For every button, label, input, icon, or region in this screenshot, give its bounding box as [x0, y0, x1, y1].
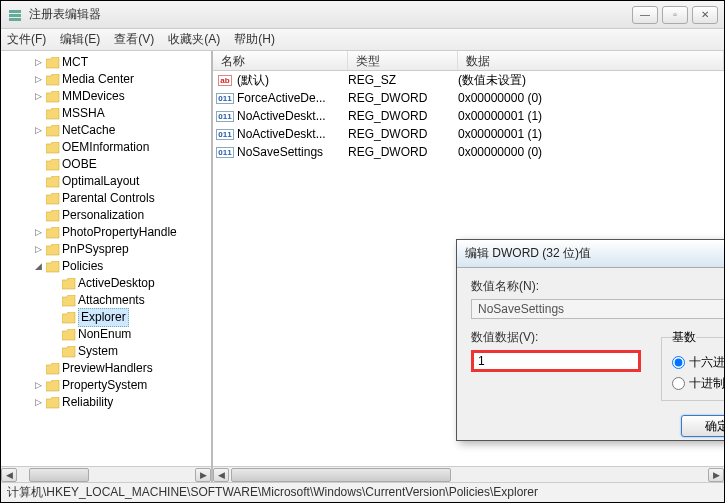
svg-rect-2 [9, 18, 21, 21]
tree-item-oeminformation[interactable]: OEMInformation [5, 139, 211, 156]
tree-item-attachments[interactable]: Attachments [5, 292, 211, 309]
scroll-right-icon[interactable]: ▶ [708, 468, 724, 482]
tree-item-personalization[interactable]: Personalization [5, 207, 211, 224]
window-title: 注册表编辑器 [29, 6, 632, 23]
menu-edit[interactable]: 编辑(E) [60, 31, 100, 48]
folder-icon [46, 108, 60, 120]
tree-item-label: MMDevices [62, 88, 125, 105]
tree-item-label: MSSHA [62, 105, 105, 122]
tree-item-photopropertyhandle[interactable]: ▷PhotoPropertyHandle [5, 224, 211, 241]
dword-value-icon: 011 [217, 127, 233, 141]
col-type[interactable]: 类型 [348, 51, 458, 70]
tree-item-pnpsysprep[interactable]: ▷PnPSysprep [5, 241, 211, 258]
tree-item-netcache[interactable]: ▷NetCache [5, 122, 211, 139]
folder-icon [62, 346, 76, 358]
tree-item-parental-controls[interactable]: Parental Controls [5, 190, 211, 207]
expand-toggle-icon[interactable]: ▷ [33, 244, 44, 255]
radix-dec-option[interactable]: 十进制(D) [672, 375, 724, 392]
tree-item-mssha[interactable]: MSSHA [5, 105, 211, 122]
maximize-button[interactable]: ▫ [662, 6, 688, 24]
list-header: 名称 类型 数据 [213, 51, 724, 71]
values-hscrollbar[interactable]: ◀ ▶ [213, 466, 724, 482]
folder-icon [46, 210, 60, 222]
tree-item-optimallayout[interactable]: OptimalLayout [5, 173, 211, 190]
menu-view[interactable]: 查看(V) [114, 31, 154, 48]
expand-toggle-icon[interactable]: ◢ [33, 261, 44, 272]
tree-item-mct[interactable]: ▷MCT [5, 54, 211, 71]
tree-item-previewhandlers[interactable]: PreviewHandlers [5, 360, 211, 377]
tree-item-system[interactable]: System [5, 343, 211, 360]
scroll-left-icon[interactable]: ◀ [1, 468, 17, 482]
tree-item-label: Reliability [62, 394, 113, 411]
col-name[interactable]: 名称 [213, 51, 348, 70]
statusbar: 计算机\HKEY_LOCAL_MACHINE\SOFTWARE\Microsof… [1, 482, 724, 502]
menu-help[interactable]: 帮助(H) [234, 31, 275, 48]
tree-item-activedesktop[interactable]: ActiveDesktop [5, 275, 211, 292]
expand-toggle-icon[interactable]: ▷ [33, 91, 44, 102]
value-type: REG_DWORD [348, 145, 458, 159]
string-value-icon: ab [217, 73, 233, 87]
folder-icon [62, 329, 76, 341]
value-name: NoActiveDeskt... [237, 127, 326, 141]
status-path: 计算机\HKEY_LOCAL_MACHINE\SOFTWARE\Microsof… [7, 484, 538, 501]
col-data[interactable]: 数据 [458, 51, 724, 70]
radix-hex-radio[interactable] [672, 356, 685, 369]
expand-toggle-icon[interactable]: ▷ [33, 397, 44, 408]
scroll-right-icon[interactable]: ▶ [195, 468, 211, 482]
ok-button[interactable]: 确定 [681, 415, 724, 437]
value-data: (数值未设置) [458, 72, 720, 89]
value-row[interactable]: 011NoActiveDeskt...REG_DWORD0x00000001 (… [213, 107, 724, 125]
expand-toggle-icon[interactable]: ▷ [33, 125, 44, 136]
dword-value-icon: 011 [217, 145, 233, 159]
radix-hex-option[interactable]: 十六进制(H) [672, 354, 724, 371]
toggle-spacer [33, 159, 44, 170]
expand-toggle-icon[interactable]: ▷ [33, 57, 44, 68]
radix-dec-radio[interactable] [672, 377, 685, 390]
radix-legend: 基数 [672, 329, 696, 346]
tree-item-label: OOBE [62, 156, 97, 173]
value-data: 0x00000000 (0) [458, 145, 720, 159]
scroll-thumb[interactable] [29, 468, 89, 482]
tree-item-label: Policies [62, 258, 103, 275]
expand-toggle-icon[interactable]: ▷ [33, 74, 44, 85]
folder-icon [62, 295, 76, 307]
value-row[interactable]: ab(默认)REG_SZ(数值未设置) [213, 71, 724, 89]
menu-file[interactable]: 文件(F) [7, 31, 46, 48]
value-name: ForceActiveDe... [237, 91, 326, 105]
radix-dec-label: 十进制(D) [689, 375, 724, 392]
folder-icon [46, 380, 60, 392]
tree-item-label: NetCache [62, 122, 115, 139]
tree-item-label: Explorer [78, 308, 129, 327]
toggle-spacer [33, 176, 44, 187]
close-button[interactable]: ✕ [692, 6, 718, 24]
tree-item-reliability[interactable]: ▷Reliability [5, 394, 211, 411]
value-row[interactable]: 011NoSaveSettingsREG_DWORD0x00000000 (0) [213, 143, 724, 161]
scroll-left-icon[interactable]: ◀ [213, 468, 229, 482]
folder-icon [46, 57, 60, 69]
toggle-spacer [33, 108, 44, 119]
folder-icon [46, 244, 60, 256]
value-row[interactable]: 011NoActiveDeskt...REG_DWORD0x00000001 (… [213, 125, 724, 143]
dword-value-icon: 011 [217, 91, 233, 105]
tree-item-propertysystem[interactable]: ▷PropertySystem [5, 377, 211, 394]
expand-toggle-icon[interactable]: ▷ [33, 380, 44, 391]
tree-item-label: Parental Controls [62, 190, 155, 207]
radix-group: 基数 十六进制(H) 十进制(D) [661, 329, 724, 401]
minimize-button[interactable]: — [632, 6, 658, 24]
expand-toggle-icon[interactable]: ▷ [33, 227, 44, 238]
tree-item-explorer[interactable]: Explorer [5, 309, 211, 326]
tree-item-label: MCT [62, 54, 88, 71]
tree-hscrollbar[interactable]: ◀ ▶ [1, 466, 211, 482]
value-data-input[interactable] [471, 350, 641, 372]
tree-item-mmdevices[interactable]: ▷MMDevices [5, 88, 211, 105]
scroll-thumb[interactable] [231, 468, 451, 482]
tree-item-label: NonEnum [78, 326, 131, 343]
value-row[interactable]: 011ForceActiveDe...REG_DWORD0x00000000 (… [213, 89, 724, 107]
toggle-spacer [49, 278, 60, 289]
menu-favorites[interactable]: 收藏夹(A) [168, 31, 220, 48]
tree-item-nonenum[interactable]: NonEnum [5, 326, 211, 343]
tree[interactable]: ▷MCT▷Media Center▷MMDevicesMSSHA▷NetCach… [1, 51, 211, 466]
tree-item-media-center[interactable]: ▷Media Center [5, 71, 211, 88]
tree-item-policies[interactable]: ◢Policies [5, 258, 211, 275]
tree-item-oobe[interactable]: OOBE [5, 156, 211, 173]
